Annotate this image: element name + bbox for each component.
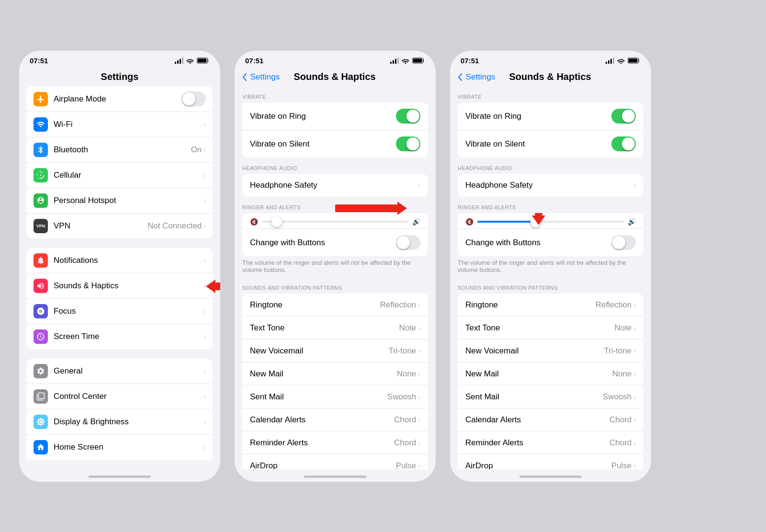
calendar-item-m[interactable]: Calendar Alerts Chord › — [242, 408, 428, 431]
change-buttons-item-r[interactable]: Change with Buttons — [458, 228, 643, 256]
sidebar-item-wifi[interactable]: Wi-Fi › — [27, 112, 213, 137]
airdrop-item-m[interactable]: AirDrop Pulse › — [242, 454, 428, 469]
vibrate-silent-item-m[interactable]: Vibrate on Silent — [242, 130, 428, 158]
texttone-item-r[interactable]: Text Tone Note › — [458, 317, 643, 340]
back-button-right[interactable]: Settings — [458, 72, 495, 82]
vibrate-ring-toggle-m[interactable] — [396, 109, 420, 124]
ringtone-item-r[interactable]: Ringtone Reflection › — [458, 294, 643, 317]
slider-track-m[interactable] — [262, 221, 408, 223]
sh-scroll-right[interactable]: VIBRATE Vibrate on Ring Vibrate on Silen… — [450, 86, 651, 469]
vibrate-silent-item-r[interactable]: Vibrate on Silent — [458, 130, 643, 158]
reminder-item-r[interactable]: Reminder Alerts Chord › — [458, 431, 643, 454]
signal-icon — [175, 57, 183, 64]
texttone-item-m[interactable]: Text Tone Note › — [242, 317, 428, 340]
vibrate-ring-toggle-r[interactable] — [611, 109, 636, 124]
sidebar-item-vpn[interactable]: VPN VPN Not Connected › — [27, 214, 213, 238]
vibrate-silent-knob-r — [622, 137, 635, 150]
vibrate-silent-toggle-r[interactable] — [611, 136, 636, 151]
chevron-left-icon-m — [242, 73, 247, 81]
airdrop-item-r[interactable]: AirDrop Pulse › — [458, 454, 643, 469]
newmail-label-r: New Mail — [465, 369, 612, 379]
sidebar-item-cellular[interactable]: Cellular › — [27, 163, 213, 188]
change-buttons-toggle-m[interactable] — [396, 235, 420, 250]
vibrate-silent-label-r: Vibrate on Silent — [465, 139, 611, 149]
texttone-value-m: Note — [399, 323, 416, 333]
slider-track-r[interactable] — [477, 221, 624, 223]
vibrate-card-m: Vibrate on Ring Vibrate on Silent — [242, 102, 428, 158]
newmail-item-m[interactable]: New Mail None › — [242, 362, 428, 385]
vibrate-ring-knob-r — [622, 110, 635, 123]
reminder-item-m[interactable]: Reminder Alerts Chord › — [242, 431, 428, 454]
svg-rect-1 — [177, 60, 179, 64]
ringer-slider-row-m[interactable]: 🔇 🔊 — [242, 213, 428, 228]
voicemail-chevron-m: › — [418, 347, 420, 355]
sounds-label: Sounds & Haptics — [54, 281, 203, 291]
change-buttons-item-m[interactable]: Change with Buttons — [242, 228, 428, 256]
ringer-card-r: 🔇 🔊 Change with Buttons — [458, 213, 643, 256]
page-title-middle: Sounds & Haptics — [280, 71, 390, 82]
headphone-safety-item-m[interactable]: Headphone Safety › — [242, 174, 428, 197]
headphone-safety-item-r[interactable]: Headphone Safety › — [458, 174, 643, 197]
sh-scroll-middle[interactable]: VIBRATE Vibrate on Ring Vibrate on Silen… — [235, 86, 436, 469]
airplane-toggle[interactable] — [181, 91, 206, 106]
calendar-value-r: Chord — [609, 415, 631, 425]
vibrate-ring-item-m[interactable]: Vibrate on Ring — [242, 102, 428, 130]
sidebar-item-airplane[interactable]: Airplane Mode — [27, 86, 213, 112]
sidebar-item-notifications[interactable]: Notifications › — [27, 248, 213, 273]
sidebar-item-bluetooth[interactable]: Bluetooth On › — [27, 137, 213, 163]
texttone-chevron-r: › — [633, 324, 636, 332]
change-buttons-toggle-r[interactable] — [611, 235, 636, 250]
calendar-chevron-m: › — [418, 416, 420, 424]
sounds-icon — [34, 279, 48, 293]
controlcenter-label: Control Center — [54, 392, 203, 401]
sidebar-item-focus[interactable]: Focus › — [27, 299, 213, 324]
sidebar-item-hotspot[interactable]: Personal Hotspot › — [27, 188, 213, 214]
vol-low-icon-r: 🔇 — [465, 218, 473, 226]
helper-note-r: The volume of the ringer and alerts will… — [450, 256, 651, 277]
sidebar-item-display[interactable]: Display & Brightness › — [27, 409, 213, 435]
ringtone-item-m[interactable]: Ringtone Reflection › — [242, 294, 428, 317]
nav-bar-middle: Settings Sounds & Haptics — [235, 68, 436, 86]
svg-rect-7 — [393, 60, 394, 64]
sidebar-item-controlcenter[interactable]: Control Center › — [27, 384, 213, 409]
slider-knob-m[interactable] — [271, 216, 282, 227]
vibrate-ring-item-r[interactable]: Vibrate on Ring — [458, 102, 643, 130]
settings-scroll-left[interactable]: Airplane Mode Wi-Fi › — [19, 86, 220, 460]
vibrate-silent-toggle-m[interactable] — [396, 136, 420, 151]
airdrop-label-r: AirDrop — [465, 461, 611, 469]
voicemail-item-m[interactable]: New Voicemail Tri-tone › — [242, 340, 428, 362]
hotspot-label: Personal Hotspot — [54, 196, 203, 205]
back-label-right: Settings — [466, 72, 495, 82]
back-button-middle[interactable]: Settings — [242, 72, 280, 82]
helper-note-m: The volume of the ringer and alerts will… — [235, 256, 436, 277]
wifi-chevron: › — [203, 121, 206, 128]
sentmail-label-r: Sent Mail — [465, 392, 603, 402]
wifi-icon-m — [402, 57, 409, 64]
cellular-label: Cellular — [54, 170, 203, 180]
general-chevron: › — [203, 367, 206, 375]
sentmail-chevron-r: › — [633, 393, 636, 401]
voicemail-item-r[interactable]: New Voicemail Tri-tone › — [458, 340, 643, 362]
display-label: Display & Brightness — [54, 417, 203, 427]
battery-icon-m — [412, 57, 425, 64]
vpn-label: VPN — [54, 221, 147, 231]
airplane-toggle-switch[interactable] — [181, 91, 206, 106]
vol-low-icon-m: 🔇 — [250, 218, 258, 226]
calendar-chevron-r: › — [633, 416, 636, 424]
sidebar-item-screentime[interactable]: Screen Time › — [27, 324, 213, 349]
vpn-value: Not Connected — [147, 221, 202, 231]
svg-rect-17 — [629, 59, 638, 63]
ringer-section-m: RINGER AND ALERTS — [235, 197, 436, 213]
sidebar-item-general[interactable]: General › — [27, 359, 213, 384]
sidebar-item-homescreen[interactable]: Home Screen › — [27, 435, 213, 460]
ringer-slider-row-r[interactable]: 🔇 🔊 — [458, 213, 643, 228]
sentmail-item-r[interactable]: Sent Mail Swoosh › — [458, 385, 643, 408]
sentmail-item-m[interactable]: Sent Mail Swoosh › — [242, 385, 428, 408]
calendar-item-r[interactable]: Calendar Alerts Chord › — [458, 408, 643, 431]
arrow-ringer — [335, 202, 407, 215]
reminder-chevron-r: › — [633, 439, 636, 447]
newmail-item-r[interactable]: New Mail None › — [458, 362, 643, 385]
sidebar-item-sounds[interactable]: Sounds & Haptics › — [27, 273, 213, 299]
texttone-label-m: Text Tone — [250, 323, 399, 333]
vpn-icon: VPN — [34, 219, 48, 233]
